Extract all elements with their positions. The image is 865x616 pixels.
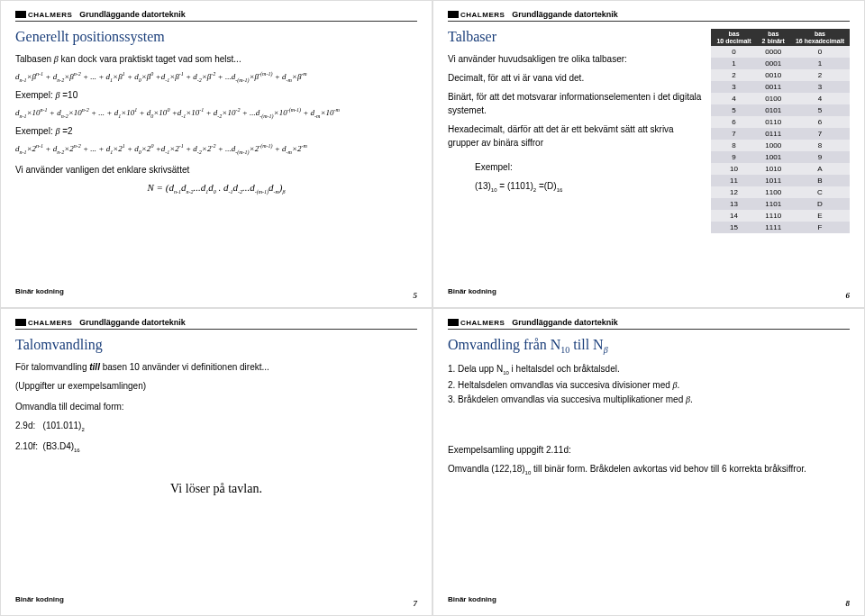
- page-number: 5: [414, 291, 418, 300]
- table-row: 601106: [711, 116, 850, 128]
- header-title: Grundläggande datorteknik: [79, 10, 186, 19]
- slide-content: Omvandling från N10 till Nβ 1. Dela upp …: [448, 337, 850, 592]
- p4: Hexadecimalt, därför att det är ett bekv…: [448, 122, 702, 149]
- p1: Vi använder huvudsakligen tre olika talb…: [448, 52, 702, 66]
- table-cell: 7: [790, 128, 850, 140]
- step3: 3. Bråkdelen omvandlas via succesiva mul…: [448, 393, 850, 407]
- table-cell: 9: [790, 151, 850, 163]
- p2: Omvandla (122,18)10 till binär form. Brå…: [448, 462, 850, 477]
- table-cell: 1100: [757, 186, 790, 198]
- table-row: 701117: [711, 128, 850, 140]
- p5: 2.10f: (B3.D4)16: [15, 439, 417, 455]
- footer-label: Binär kodning: [15, 287, 64, 303]
- slide-footer: Binär kodning 5: [15, 284, 417, 303]
- slide-content: Generellt positionssystem Talbasen β kan…: [15, 29, 417, 284]
- table-cell: 1: [711, 58, 756, 69]
- table-row: 501015: [711, 104, 850, 116]
- table-row: 910019: [711, 151, 850, 163]
- table-row: 810008: [711, 140, 850, 151]
- table-cell: 0000: [757, 46, 790, 58]
- formula-base2: dn-1×2n-1 + dn-2×2n-2 + ... + d1×21 + d0…: [15, 143, 417, 155]
- table-cell: 10: [711, 163, 756, 175]
- step2: 2. Heltalsdelen omvandlas via succesiva …: [448, 378, 850, 393]
- header-title: Grundläggande datorteknik: [512, 10, 618, 19]
- table-cell: D: [790, 198, 850, 210]
- table-row: 121100C: [711, 186, 850, 198]
- table-cell: 3: [711, 81, 756, 93]
- bases-table: bas10 decimaltbas2 binärtbas16 hexadecim…: [711, 29, 850, 233]
- chalmers-logo: CHALMERS: [448, 319, 505, 327]
- table-cell: 0100: [757, 93, 790, 104]
- steps: 1. Dela upp N10 i heltalsdel och bråktal…: [448, 362, 850, 407]
- table-header: bas16 hexadecimalt: [790, 29, 850, 46]
- center-text: Vi löser på tavlan.: [15, 482, 417, 496]
- table-cell: 6: [711, 116, 756, 128]
- table-cell: 4: [790, 93, 850, 104]
- slide-header: CHALMERS Grundläggande datorteknik: [448, 10, 850, 22]
- footer-label: Binär kodning: [15, 595, 64, 611]
- table-cell: 1011: [757, 175, 790, 186]
- table-row: 131101D: [711, 198, 850, 210]
- table-cell: 14: [711, 210, 756, 222]
- table-cell: 2: [790, 69, 850, 81]
- table-cell: 13: [711, 198, 756, 210]
- p4: 2.9d: (101.011)2: [15, 419, 417, 434]
- table-row: 200102: [711, 69, 850, 81]
- table-cell: 11: [711, 175, 756, 186]
- table-header: bas2 binärt: [757, 29, 790, 46]
- chalmers-logo: CHALMERS: [448, 11, 505, 19]
- logo-icon: [15, 11, 26, 18]
- formula-notation: N = (dn-1dn-2...d1d0 . d-1d-2...d-(m-1)d…: [15, 182, 417, 195]
- slide-header: CHALMERS Grundläggande datorteknik: [15, 318, 417, 330]
- table-cell: 7: [711, 128, 756, 140]
- slide-content: Talomvandling För talomvandling till bas…: [15, 337, 417, 592]
- table-cell: C: [790, 186, 850, 198]
- p3: Omvandla till decimal form:: [15, 400, 417, 413]
- page-number: 8: [846, 599, 851, 608]
- slide-title: Generellt positionssystem: [15, 29, 417, 45]
- table-cell: 0: [711, 46, 756, 58]
- table-cell: F: [790, 222, 850, 233]
- table-row: 151111F: [711, 222, 850, 233]
- slide-header: CHALMERS Grundläggande datorteknik: [15, 10, 417, 22]
- closing-text: Vi använder vanligen det enklare skrivsä…: [15, 163, 417, 177]
- table-cell: 1101: [757, 198, 790, 210]
- formula-base10: dn-1×10n-1 + dn-2×10n-2 + ... + d1×101 +…: [15, 107, 417, 119]
- table-cell: 1: [790, 58, 850, 69]
- table-header: bas10 decimalt: [711, 29, 756, 46]
- logo-text: CHALMERS: [28, 11, 72, 19]
- table-row: 401004: [711, 93, 850, 104]
- slide-6: CHALMERS Grundläggande datorteknik Talba…: [432, 0, 865, 308]
- logo-icon: [15, 319, 26, 326]
- slide-title: Talomvandling: [15, 337, 417, 353]
- header-title: Grundläggande datorteknik: [512, 318, 618, 327]
- logo-text: CHALMERS: [460, 319, 505, 327]
- logo-icon: [448, 11, 459, 18]
- page-number: 6: [846, 291, 851, 300]
- example-formula: (13)10 = (1101)2 =(D)16: [475, 179, 702, 195]
- table-cell: 0110: [757, 116, 790, 128]
- chalmers-logo: CHALMERS: [15, 319, 72, 327]
- p2: Decimalt, för att vi är vana vid det.: [448, 71, 702, 85]
- table-cell: 0001: [757, 58, 790, 69]
- table-cell: 0111: [757, 128, 790, 140]
- page-number: 7: [414, 599, 418, 608]
- slide-8: CHALMERS Grundläggande datorteknik Omvan…: [432, 308, 865, 616]
- slide-title: Talbaser: [448, 29, 702, 45]
- table-row: 000000: [711, 46, 850, 58]
- table-cell: E: [790, 210, 850, 222]
- header-title: Grundläggande datorteknik: [79, 318, 186, 327]
- table-cell: 0101: [757, 104, 790, 116]
- formula-general: dn-1×βn-1 + dn-2×βn-2 + ... + d1×β1 + d0…: [15, 71, 417, 83]
- table-cell: A: [790, 163, 850, 175]
- example-2-label: Exempel: β =2: [15, 124, 417, 138]
- table-cell: 5: [790, 104, 850, 116]
- step1: 1. Dela upp N10 i heltalsdel och bråktal…: [448, 362, 850, 378]
- p1: Exempelsamling uppgift 2.11d:: [448, 443, 850, 457]
- example-label: Exempel:: [475, 160, 702, 174]
- p3: Binärt, för att det motsvarar informatio…: [448, 90, 702, 117]
- table-row: 100011: [711, 58, 850, 69]
- slide-title: Omvandling från N10 till Nβ: [448, 337, 850, 355]
- table-cell: 0: [790, 46, 850, 58]
- right-column: bas10 decimaltbas2 binärtbas16 hexadecim…: [711, 29, 850, 284]
